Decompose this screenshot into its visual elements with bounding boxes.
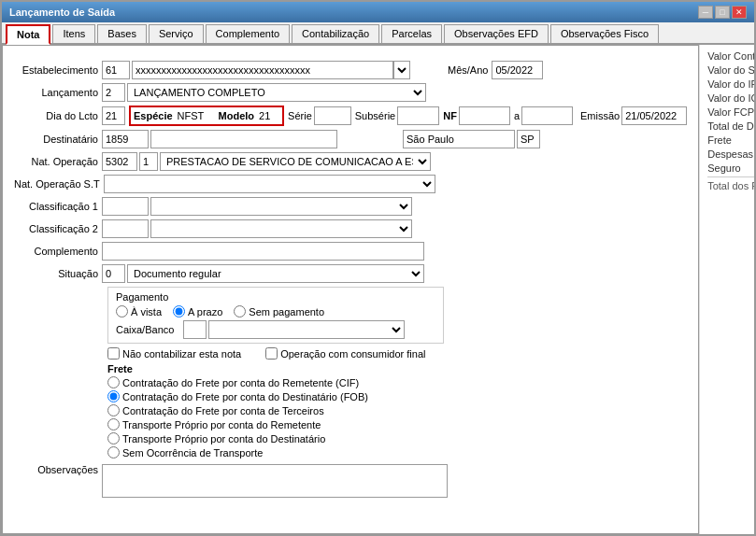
- destinatario-id-input[interactable]: [102, 130, 149, 148]
- destinatario-city-input[interactable]: [403, 130, 515, 148]
- frete-option-2-label: Contratação do Frete por conta de Tercei…: [122, 405, 324, 416]
- frete-option-0[interactable]: Contratação do Frete por conta do Remete…: [107, 376, 687, 388]
- situacao-select[interactable]: Documento regular: [127, 264, 424, 283]
- estabelecimento-select[interactable]: [393, 61, 410, 79]
- frete-option-5-label: Sem Ocorrência de Transporte: [122, 447, 263, 458]
- caixa-banco-label: Caixa/Banco: [116, 324, 181, 335]
- radio-sem-pagamento[interactable]: Sem pagamento: [234, 305, 324, 317]
- emissao-input[interactable]: [621, 106, 687, 125]
- dia-lcto-label: Dia do Lcto: [14, 110, 98, 121]
- tab-bar: Nota Itens Bases Serviço Complemento Con…: [2, 22, 754, 45]
- nf-label-inline: NF: [443, 110, 457, 121]
- classificacao1-select[interactable]: [150, 197, 412, 216]
- radio-a-prazo[interactable]: A prazo: [173, 305, 222, 317]
- classificacao2-code-input[interactable]: [102, 219, 149, 238]
- estabelecimento-label: Estabelecimento: [14, 64, 98, 76]
- valor-icms-st-label: Valor do ICMS ST: [707, 92, 754, 104]
- nat-operacao-code-input[interactable]: [102, 152, 137, 171]
- tab-contabilizacao[interactable]: Contabilização: [292, 24, 379, 43]
- destinatario-label: Destinatário: [14, 134, 98, 145]
- estabelecimento-name-input[interactable]: [132, 61, 393, 79]
- nao-contabilizar-label: Não contabilizar esta nota: [122, 348, 241, 360]
- tab-obs-fisco[interactable]: Observações Fisco: [550, 24, 659, 43]
- radio-a-prazo-label: A prazo: [188, 306, 222, 317]
- total-descontos-label: Total de Descontos: [707, 120, 754, 132]
- dia-lcto-input[interactable]: [102, 106, 125, 125]
- caixa-banco-code-input[interactable]: [183, 320, 207, 339]
- complemento-input[interactable]: [102, 242, 424, 261]
- classificacao2-select[interactable]: [150, 219, 412, 238]
- frete-title: Frete: [107, 363, 687, 374]
- nat-operacao-num-input[interactable]: [139, 152, 158, 171]
- estabelecimento-id-input[interactable]: [102, 61, 130, 79]
- lancamento-id-input[interactable]: [102, 83, 125, 102]
- serie-input[interactable]: [314, 106, 351, 125]
- a-label: a: [514, 110, 520, 121]
- window-title: Lançamento de Saída: [9, 7, 115, 18]
- subserie-input[interactable]: [397, 106, 439, 125]
- mes-ano-label: Mês/Ano: [448, 64, 488, 76]
- valor-fcp-st-label: Valor FCP - ST: [707, 106, 754, 118]
- minimize-button[interactable]: ─: [698, 6, 713, 19]
- valor-contabil-label: Valor Contábil: [707, 50, 754, 62]
- tab-servico[interactable]: Serviço: [149, 24, 204, 43]
- tab-bases[interactable]: Bases: [97, 24, 147, 43]
- classificacao1-code-input[interactable]: [102, 197, 149, 216]
- frete-option-4[interactable]: Transporte Próprio por conta do Destinat…: [107, 432, 687, 444]
- valor-servico-label: Valor do Serviço: [707, 64, 754, 76]
- frete-option-1[interactable]: Contratação do Frete por conta do Destin…: [107, 390, 687, 402]
- tab-itens[interactable]: Itens: [52, 24, 95, 43]
- frete-option-1-label: Contratação do Frete por conta do Destin…: [122, 391, 368, 402]
- tab-parcelas[interactable]: Parcelas: [381, 24, 442, 43]
- situacao-label: Situação: [14, 268, 98, 279]
- lancamento-select[interactable]: LANÇAMENTO COMPLETO: [127, 83, 426, 102]
- caixa-banco-select[interactable]: [208, 320, 405, 339]
- modelo-label-inline: Modelo: [219, 110, 255, 121]
- payment-title: Pagamento: [116, 291, 435, 303]
- especie-input[interactable]: [175, 106, 217, 125]
- despesas-label: Despesas: [707, 148, 753, 160]
- classificacao1-label: Classificação 1: [14, 201, 98, 212]
- valor-ipi-label: Valor do IPI: [707, 78, 754, 90]
- tab-complemento[interactable]: Complemento: [206, 24, 290, 43]
- checkbox-consumidor-final[interactable]: Operação com consumidor final: [265, 347, 425, 360]
- frete-option-4-label: Transporte Próprio por conta do Destinat…: [122, 433, 325, 444]
- mes-ano-input[interactable]: [492, 61, 543, 79]
- checkbox-nao-contabilizar[interactable]: Não contabilizar esta nota: [107, 347, 241, 360]
- total-produtos-label: Total dos Produtos: [707, 180, 754, 191]
- nat-op-st-label: Nat. Operação S.T: [14, 178, 100, 190]
- tab-nota[interactable]: Nota: [6, 24, 50, 45]
- frete-label: Frete: [707, 134, 732, 146]
- serie-label-inline: Série: [288, 110, 312, 121]
- radio-a-vista-label: À vista: [131, 306, 162, 317]
- right-panel: Valor Contábil 16.000,00 Valor do Serviç…: [699, 45, 754, 534]
- nf-input[interactable]: [459, 106, 510, 125]
- observacoes-input[interactable]: [102, 464, 448, 498]
- especie-label-inline: Espécie: [134, 110, 173, 121]
- lancamento-label: Lançamento: [14, 87, 98, 98]
- frete-option-3[interactable]: Transporte Próprio por conta do Remetent…: [107, 418, 687, 430]
- radio-a-vista[interactable]: À vista: [116, 305, 162, 317]
- destinatario-state-input[interactable]: [517, 130, 540, 148]
- title-bar: Lançamento de Saída ─ □ ✕: [2, 2, 754, 22]
- nat-operacao-select[interactable]: PRESTACAO DE SERVICO DE COMUNICACAO A ES…: [160, 152, 431, 171]
- restore-button[interactable]: □: [715, 6, 730, 19]
- tab-obs-efd[interactable]: Observações EFD: [444, 24, 549, 43]
- frete-option-0-label: Contratação do Frete por conta do Remete…: [122, 377, 359, 388]
- frete-option-3-label: Transporte Próprio por conta do Remetent…: [122, 419, 321, 430]
- emissao-label: Emissão: [580, 110, 620, 121]
- nat-operacao-label: Nat. Operação: [14, 156, 98, 167]
- situacao-code-input[interactable]: [102, 264, 125, 283]
- close-button[interactable]: ✕: [732, 6, 747, 19]
- frete-option-2[interactable]: Contratação do Frete por conta de Tercei…: [107, 404, 687, 416]
- subserie-label-inline: Subsérie: [355, 110, 395, 121]
- consumidor-final-label: Operação com consumidor final: [280, 348, 425, 360]
- complemento-label: Complemento: [14, 246, 98, 257]
- modelo-input[interactable]: [256, 106, 279, 125]
- frete-option-5[interactable]: Sem Ocorrência de Transporte: [107, 446, 687, 458]
- window-controls: ─ □ ✕: [698, 6, 747, 19]
- destinatario-name-input[interactable]: [150, 130, 337, 148]
- radio-sem-pagamento-label: Sem pagamento: [249, 306, 324, 317]
- nf-to-input[interactable]: [521, 106, 573, 125]
- nat-op-st-select[interactable]: [104, 175, 435, 193]
